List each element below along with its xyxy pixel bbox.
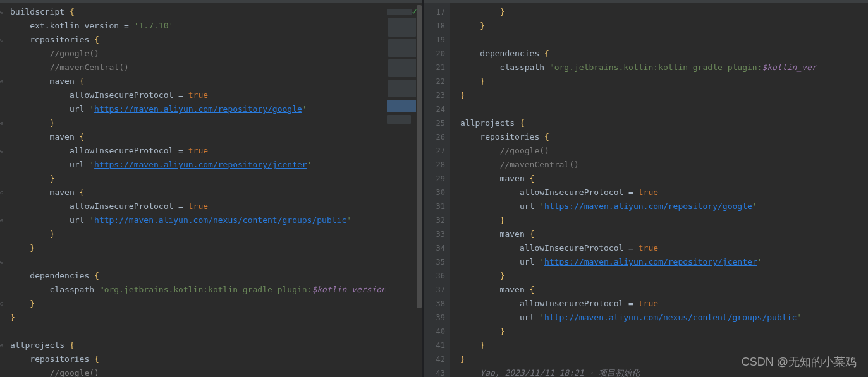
line-number[interactable]: 33 <box>424 227 445 241</box>
code-line[interactable]: url 'http://maven.aliyun.com/nexus/conte… <box>460 311 868 325</box>
left-scrollbar[interactable] <box>416 5 422 377</box>
code-line[interactable] <box>10 255 422 269</box>
fold-toggle[interactable] <box>0 366 3 377</box>
fold-toggle[interactable] <box>0 61 3 75</box>
code-line[interactable]: maven { <box>10 186 422 200</box>
code-line[interactable]: classpath "org.jetbrains.kotlin:kotlin-g… <box>10 283 422 297</box>
code-line[interactable]: maven { <box>10 130 422 144</box>
code-line[interactable]: allowInsecureProtocol = true <box>10 88 422 102</box>
code-line[interactable]: dependencies { <box>460 47 868 61</box>
code-line[interactable] <box>460 102 868 116</box>
fold-toggle[interactable]: ⊖ <box>0 213 3 227</box>
code-line[interactable]: } <box>10 241 422 255</box>
code-line[interactable]: repositories { <box>10 33 422 47</box>
code-line[interactable]: allowInsecureProtocol = true <box>10 200 422 213</box>
code-line[interactable]: Yao, 2023/11/11 18:21 · 项目初始化 <box>460 366 868 377</box>
code-line[interactable]: repositories { <box>460 130 868 144</box>
line-number[interactable]: 26 <box>424 130 445 144</box>
line-number[interactable]: 17 <box>424 5 445 19</box>
fold-toggle[interactable] <box>0 158 3 172</box>
line-number[interactable]: 22 <box>424 75 445 88</box>
code-line[interactable]: } <box>460 75 868 88</box>
left-scrollbar-thumb[interactable] <box>417 5 422 308</box>
fold-toggle[interactable] <box>0 269 3 283</box>
code-line[interactable]: repositories { <box>10 352 422 366</box>
left-editor-area[interactable]: ⊖⊖⊖⊖⊖⊖⊖⊖⊖⊖ buildscript { ext.kotlin_vers… <box>0 3 422 377</box>
fold-toggle[interactable] <box>450 102 453 116</box>
fold-toggle[interactable] <box>0 47 3 61</box>
fold-toggle[interactable] <box>0 102 3 116</box>
fold-toggle[interactable] <box>450 61 453 75</box>
fold-toggle[interactable]: ⊖ <box>0 75 3 88</box>
fold-toggle[interactable] <box>0 227 3 241</box>
fold-toggle[interactable] <box>450 130 453 144</box>
fold-toggle[interactable] <box>450 47 453 61</box>
line-number[interactable]: 35 <box>424 255 445 269</box>
code-line[interactable]: allowInsecureProtocol = true <box>460 297 868 311</box>
code-line[interactable]: } <box>460 213 868 227</box>
fold-toggle[interactable] <box>450 172 453 186</box>
line-number[interactable]: 30 <box>424 186 445 200</box>
code-line[interactable]: //google() <box>460 144 868 158</box>
line-number[interactable]: 41 <box>424 338 445 352</box>
right-editor-area[interactable]: 1718192021222324252627282930313233343536… <box>424 3 868 377</box>
code-line[interactable]: maven { <box>460 172 868 186</box>
fold-toggle[interactable] <box>450 5 453 19</box>
fold-toggle[interactable] <box>450 186 453 200</box>
fold-toggle[interactable]: ⊖ <box>0 144 3 158</box>
fold-toggle[interactable] <box>450 311 453 325</box>
code-line[interactable]: allprojects { <box>10 338 422 352</box>
fold-toggle[interactable] <box>450 88 453 102</box>
fold-toggle[interactable] <box>450 366 453 377</box>
fold-toggle[interactable] <box>450 227 453 241</box>
line-number[interactable]: 39 <box>424 311 445 325</box>
fold-toggle[interactable] <box>0 200 3 213</box>
line-number[interactable]: 36 <box>424 269 445 283</box>
left-code[interactable]: buildscript { ext.kotlin_version = '1.7.… <box>8 3 422 377</box>
code-line[interactable]: //google() <box>10 47 422 61</box>
fold-toggle[interactable]: ⊖ <box>0 186 3 200</box>
left-fold-gutter[interactable]: ⊖⊖⊖⊖⊖⊖⊖⊖⊖⊖ <box>0 3 8 377</box>
code-line[interactable]: maven { <box>460 283 868 297</box>
fold-toggle[interactable] <box>450 213 453 227</box>
code-line[interactable]: url 'https://maven.aliyun.com/repository… <box>460 255 868 269</box>
code-line[interactable]: classpath "org.jetbrains.kotlin:kotlin-g… <box>460 61 868 75</box>
line-number[interactable]: 29 <box>424 172 445 186</box>
fold-toggle[interactable] <box>450 241 453 255</box>
fold-toggle[interactable] <box>0 352 3 366</box>
line-number[interactable]: 38 <box>424 297 445 311</box>
code-line[interactable]: } <box>460 338 868 352</box>
code-line[interactable]: } <box>460 269 868 283</box>
line-number[interactable]: 43 <box>424 366 445 377</box>
right-fold-gutter[interactable] <box>450 3 458 377</box>
code-line[interactable]: } <box>10 172 422 186</box>
line-number[interactable]: 37 <box>424 283 445 297</box>
code-line[interactable]: maven { <box>10 75 422 88</box>
code-line[interactable]: } <box>460 19 868 33</box>
fold-toggle[interactable] <box>450 283 453 297</box>
code-line[interactable]: ext.kotlin_version = '1.7.10' <box>10 19 422 33</box>
right-code[interactable]: } } dependencies { classpath "org.jetbra… <box>458 3 868 377</box>
line-number[interactable]: 18 <box>424 19 445 33</box>
code-line[interactable] <box>10 325 422 338</box>
code-line[interactable]: } <box>10 311 422 325</box>
line-number[interactable]: 28 <box>424 158 445 172</box>
line-number[interactable]: 21 <box>424 61 445 75</box>
code-line[interactable]: //google() <box>10 366 422 377</box>
line-number[interactable]: 24 <box>424 102 445 116</box>
fold-toggle[interactable] <box>450 297 453 311</box>
line-number[interactable]: 32 <box>424 213 445 227</box>
code-line[interactable] <box>460 33 868 47</box>
right-line-gutter[interactable]: 1718192021222324252627282930313233343536… <box>424 3 450 377</box>
fold-toggle[interactable] <box>450 116 453 130</box>
line-number[interactable]: 19 <box>424 33 445 47</box>
code-line[interactable]: } <box>460 325 868 338</box>
code-line[interactable]: allowInsecureProtocol = true <box>460 186 868 200</box>
code-line[interactable]: url 'https://maven.aliyun.com/repository… <box>10 158 422 172</box>
code-line[interactable]: } <box>460 352 868 366</box>
fold-toggle[interactable]: ⊖ <box>0 297 3 311</box>
code-line[interactable]: allprojects { <box>460 116 868 130</box>
fold-toggle[interactable] <box>450 158 453 172</box>
code-line[interactable]: //mavenCentral() <box>460 158 868 172</box>
code-line[interactable]: url 'https://maven.aliyun.com/repository… <box>10 102 422 116</box>
